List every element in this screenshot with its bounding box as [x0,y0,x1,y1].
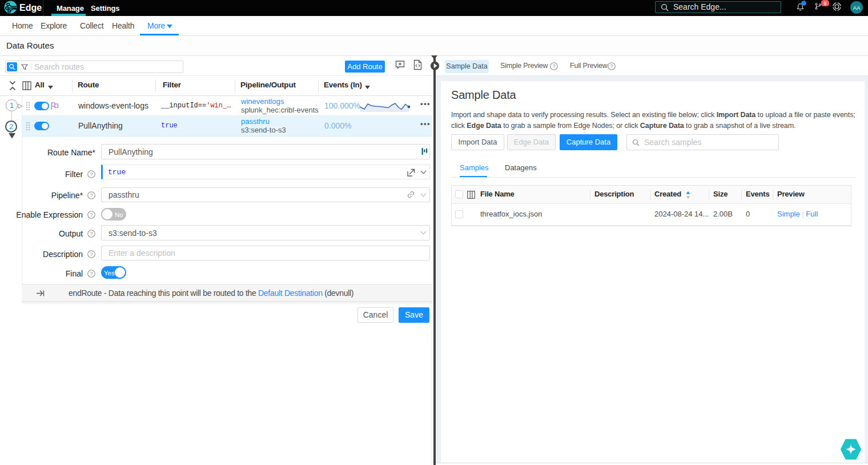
svg-text:9: 9 [823,1,826,6]
svg-text:?: ? [90,251,93,257]
svg-text:?: ? [552,63,555,69]
svg-text:?: ? [90,212,93,218]
svg-text:?: ? [90,171,93,177]
svg-text:?: ? [90,271,93,276]
svg-text:AA: AA [853,5,861,11]
svg-text:?: ? [610,63,613,69]
svg-text:?: ? [90,193,93,198]
svg-text:?: ? [90,231,93,236]
